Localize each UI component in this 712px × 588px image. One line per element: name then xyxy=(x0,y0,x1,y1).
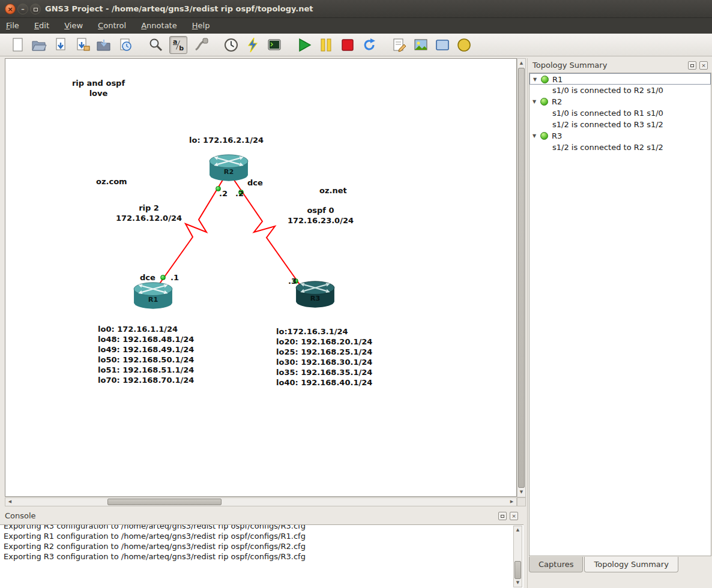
dce-r1-label[interactable]: dce xyxy=(140,272,155,283)
canvas-horizontal-scrollbar[interactable]: ◀ ▶ xyxy=(5,497,517,506)
tab-topology-summary[interactable]: Topology Summary xyxy=(584,557,678,572)
clock-icon[interactable] xyxy=(223,37,239,53)
r1-loopback-line: lo50: 192.168.50.1/24 xyxy=(98,355,194,365)
menu-help[interactable]: Help xyxy=(186,18,216,34)
minimize-window-button[interactable]: – xyxy=(17,4,28,14)
menu-file[interactable]: File xyxy=(0,18,25,34)
zoom-icon[interactable] xyxy=(148,37,163,53)
canvas-hscroll-thumb[interactable] xyxy=(107,499,222,505)
oz-com-note[interactable]: oz.com xyxy=(96,176,127,187)
r2-loopback-note[interactable]: lo: 172.16.2.1/24 xyxy=(189,135,264,145)
router-r1[interactable]: R1 xyxy=(133,281,173,310)
topology-canvas[interactable]: R2 R1 R3 xyxy=(5,58,517,497)
menu-edit[interactable]: Edit xyxy=(28,18,55,34)
scroll-up-icon[interactable]: ▲ xyxy=(517,59,525,67)
save-topology-as-icon[interactable] xyxy=(74,37,90,53)
console-line: Exporting R1 configuration to /home/arte… xyxy=(4,531,523,541)
r2-interface-right-label[interactable]: .2 xyxy=(235,188,244,199)
idlepc-lightning-icon[interactable] xyxy=(245,37,261,53)
console-scroll-thumb[interactable] xyxy=(514,561,521,579)
canvas-vscroll-thumb[interactable] xyxy=(518,68,525,488)
console-all-devices-icon[interactable] xyxy=(267,37,282,53)
status-green-icon xyxy=(540,132,548,140)
r3-loopback-line: lo25: 192.168.25.1/24 xyxy=(276,347,372,357)
status-green-icon xyxy=(540,98,548,106)
r2-interface-left-label[interactable]: .2 xyxy=(219,188,228,199)
maximize-window-button[interactable] xyxy=(30,4,41,14)
tree-link-item[interactable]: s1/0 is connected to R2 s1/0 xyxy=(529,85,711,96)
tree-link-item[interactable]: s1/2 is connected to R2 s1/2 xyxy=(529,142,711,153)
tree-node-r1[interactable]: ▼ R1 xyxy=(529,73,711,85)
scroll-left-icon[interactable]: ◀ xyxy=(6,498,14,506)
stop-all-button[interactable] xyxy=(340,37,355,53)
suspend-all-button[interactable] xyxy=(318,37,334,53)
menu-view[interactable]: View xyxy=(58,18,89,34)
console-line: Exporting R2 configuration to /home/arte… xyxy=(4,541,523,551)
r1-loopbacks-note[interactable]: lo0: 172.16.1.1/24 lo48: 192.168.48.1/24… xyxy=(98,324,194,385)
console-dock: Console × Exporting R3 configuration to … xyxy=(0,509,523,588)
reload-all-button[interactable] xyxy=(361,37,377,53)
add-note-button[interactable] xyxy=(391,37,407,53)
console-close-button[interactable]: × xyxy=(510,512,518,520)
topology-tree[interactable]: ▼ R1 s1/0 is connected to R2 s1/0 ▼ R2 s… xyxy=(529,73,711,556)
save-topology-icon[interactable] xyxy=(53,37,68,53)
open-topology-icon[interactable] xyxy=(31,37,47,53)
rip-network-note[interactable]: rip 2 172.16.12.0/24 xyxy=(115,203,183,223)
window-title: GNS3 Project - /home/arteq/gns3/redist r… xyxy=(45,0,313,18)
console-line: Exporting R3 configuration to /home/arte… xyxy=(4,524,523,531)
r3-loopbacks-note[interactable]: lo:172.16.3.1/24 lo20: 192.168.20.1/24 l… xyxy=(276,326,372,388)
draw-rectangle-button[interactable] xyxy=(435,37,450,53)
ospf-note-line2: 172.16.23.0/24 xyxy=(285,215,356,226)
router-r2[interactable]: R2 xyxy=(208,154,249,182)
chevron-down-icon[interactable]: ▼ xyxy=(532,96,536,107)
tree-link-label: s1/2 is connected to R3 s1/2 xyxy=(552,119,663,130)
tree-link-item[interactable]: s1/2 is connected to R3 s1/2 xyxy=(529,119,711,130)
canvas-vertical-scrollbar[interactable]: ▲ ▼ xyxy=(517,58,526,497)
r3-loopback-line: lo35: 192.168.35.1/24 xyxy=(276,367,372,377)
tab-captures[interactable]: Captures xyxy=(529,557,583,572)
close-window-button[interactable]: × xyxy=(5,4,16,14)
scrollbar-corner xyxy=(517,497,526,506)
router-r3[interactable]: R3 xyxy=(295,280,336,309)
tree-node-label: R1 xyxy=(552,74,563,85)
console-float-button[interactable] xyxy=(498,512,507,520)
links-layer xyxy=(5,59,516,496)
console-scrollbar[interactable]: ▲ ▼ xyxy=(513,526,522,587)
export-configs-icon[interactable] xyxy=(96,37,112,53)
show-interface-labels-button[interactable]: a b xyxy=(169,36,187,54)
tree-node-r3[interactable]: ▼ R3 xyxy=(529,130,711,142)
dce-r2-label[interactable]: dce xyxy=(247,178,263,188)
ospf-note-line1: ospf 0 xyxy=(285,205,356,215)
scroll-up-icon[interactable]: ▲ xyxy=(514,526,522,534)
draw-ellipse-button[interactable] xyxy=(456,37,472,53)
rip-note-line1: rip 2 xyxy=(115,203,183,213)
router-r1-label: R1 xyxy=(148,295,158,304)
scroll-down-icon[interactable]: ▼ xyxy=(517,488,525,496)
tree-link-label: s1/0 is connected to R2 s1/0 xyxy=(552,85,663,96)
scroll-down-icon[interactable]: ▼ xyxy=(514,579,522,587)
oz-net-note[interactable]: oz.net xyxy=(319,185,347,196)
add-link-icon[interactable] xyxy=(193,37,209,53)
menu-annotate[interactable]: Annotate xyxy=(135,18,183,34)
tree-node-r2[interactable]: ▼ R2 xyxy=(529,96,711,107)
start-all-button[interactable] xyxy=(297,37,312,53)
r1-interface-label[interactable]: .1 xyxy=(170,272,179,283)
console-output[interactable]: Exporting R3 configuration to /home/arte… xyxy=(0,524,523,588)
ospf-network-note[interactable]: ospf 0 172.16.23.0/24 xyxy=(285,205,356,226)
new-blank-topology-icon[interactable] xyxy=(10,37,25,53)
snapshot-icon[interactable] xyxy=(118,37,133,53)
r3-interface-label[interactable]: .3 xyxy=(288,276,297,286)
chevron-down-icon[interactable]: ▼ xyxy=(532,130,536,142)
console-title: Console xyxy=(5,511,36,520)
insert-picture-button[interactable] xyxy=(413,37,429,53)
chevron-down-icon[interactable]: ▼ xyxy=(533,74,537,85)
dock-float-button[interactable] xyxy=(688,61,696,70)
menu-control[interactable]: Control xyxy=(92,18,132,34)
dock-close-button[interactable]: × xyxy=(699,61,708,70)
titlebar: × – GNS3 Project - /home/arteq/gns3/redi… xyxy=(0,0,712,18)
router-r3-label: R3 xyxy=(310,294,321,302)
note-title[interactable]: rip and ospf love xyxy=(59,78,137,98)
scroll-right-icon[interactable]: ▶ xyxy=(508,498,516,506)
tree-link-item[interactable]: s1/0 is connected to R1 s1/0 xyxy=(529,107,711,119)
topology-summary-title: Topology Summary xyxy=(532,61,607,70)
